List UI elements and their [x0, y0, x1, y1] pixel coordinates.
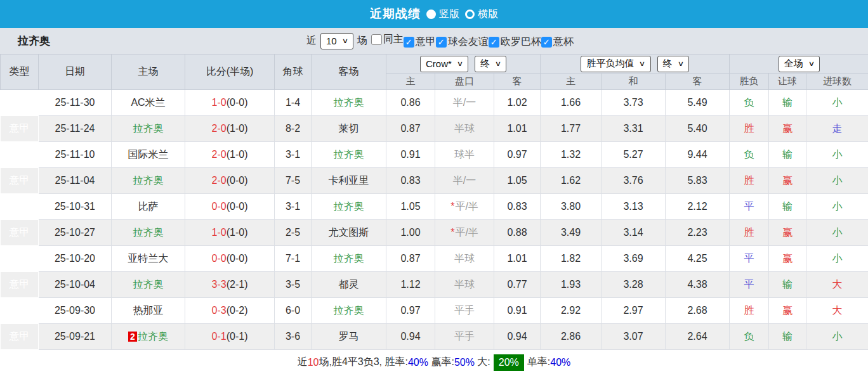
- ah-line-cell: 平手: [435, 324, 494, 350]
- league-checkbox-意杯[interactable]: ✓意杯: [541, 35, 574, 49]
- score-cell: 1-0(0-0): [185, 90, 275, 116]
- games-label: 场: [357, 34, 367, 48]
- sub-header-handicap-result: 让球: [769, 74, 806, 90]
- checkbox-checked-icon[interactable]: ✓: [404, 37, 414, 48]
- corners-cell: 3-6: [275, 324, 312, 350]
- score-halftime: (0-0): [227, 97, 248, 108]
- layout-radio-horizontal[interactable]: 横版: [465, 8, 498, 21]
- league-cell: 意甲: [1, 324, 39, 350]
- eu-home-odds-cell: 3.49: [541, 220, 602, 246]
- checkbox-checked-icon[interactable]: ✓: [541, 37, 552, 48]
- score-halftime: (0-0): [227, 175, 248, 186]
- europe-time-select[interactable]: 终 ∨: [657, 56, 689, 72]
- star-mark: *: [450, 227, 454, 238]
- home-team-cell: 2拉齐奥: [112, 324, 185, 350]
- score-cell: 0-0(0-0): [185, 194, 275, 220]
- ah-line-text: 半球: [454, 253, 475, 264]
- col-header-home: 主场: [112, 55, 185, 90]
- eu-home-odds-cell: 1.82: [541, 246, 602, 272]
- away-team-cell: 拉齐奥: [312, 194, 386, 220]
- score-fulltime: 0-0: [212, 201, 227, 212]
- europe-odds-select[interactable]: 胜平负均值 ∨: [581, 56, 650, 72]
- home-team: AC米兰: [131, 97, 165, 108]
- home-team: 热那亚: [133, 305, 164, 316]
- date-cell: 25-11-04: [39, 168, 112, 194]
- scope-select[interactable]: 全场 ∨: [779, 56, 820, 72]
- team-name: 拉齐奥: [18, 34, 50, 48]
- sub-header-ah-away: 客: [494, 74, 541, 90]
- sub-header-eu-away: 客: [666, 74, 730, 90]
- ah-home-odds-cell: 0.94: [386, 324, 435, 350]
- table-row: 意甲 25-10-27 拉齐奥 1-0(1-0) 2-5 尤文图斯 1.00 *…: [1, 220, 868, 246]
- score-cell: 0-1(0-1): [185, 324, 275, 350]
- handicap-company-select[interactable]: Crow* ∨: [420, 56, 468, 72]
- table-row: 意甲 25-10-04 拉齐奥 3-3(2-1) 3-5 都灵 1.12 半球 …: [1, 272, 868, 298]
- radio-unselected-icon[interactable]: [465, 10, 475, 19]
- league-cell: 意甲: [1, 272, 39, 298]
- eu-away-odds-cell: 5.40: [666, 116, 730, 142]
- handicap-result-cell: 赢: [769, 220, 806, 246]
- summary-segment: 10: [308, 357, 319, 368]
- ah-away-odds-cell: 0.83: [494, 194, 541, 220]
- radio-horizontal-label[interactable]: 横版: [478, 8, 498, 21]
- checkbox-label[interactable]: 意甲: [416, 35, 436, 49]
- league-checkbox-意甲[interactable]: ✓意甲: [404, 35, 436, 49]
- score-cell: 3-3(2-1): [185, 272, 275, 298]
- corners-cell: 8-2: [275, 116, 312, 142]
- eu-away-odds-cell: 2.64: [666, 324, 730, 350]
- league-checkbox-同主[interactable]: 同主: [371, 33, 404, 46]
- league-checkbox-欧罗巴杯[interactable]: ✓欧罗巴杯: [489, 35, 541, 49]
- away-team-cell: 拉齐奥: [312, 90, 386, 116]
- table-row: 意甲 25-11-04 拉齐奥 2-0(0-0) 7-5 卡利亚里 0.83 半…: [1, 168, 868, 194]
- away-team: 拉齐奥: [334, 201, 364, 212]
- corners-cell: 7-5: [275, 168, 312, 194]
- score-fulltime: 3-3: [212, 279, 227, 290]
- handicap-time-value: 终: [480, 58, 490, 70]
- away-team: 拉齐奥: [334, 97, 364, 108]
- home-team: 拉齐奥: [138, 331, 168, 342]
- radio-selected-icon[interactable]: [426, 10, 436, 19]
- checkbox-label[interactable]: 意杯: [553, 35, 574, 49]
- date-cell: 25-11-24: [39, 116, 112, 142]
- summary-segment: 20%: [494, 354, 524, 371]
- sub-header-goals: 进球数: [806, 74, 868, 90]
- ah-away-odds-cell: 0.77: [494, 272, 541, 298]
- checkbox-checked-icon[interactable]: ✓: [436, 37, 447, 48]
- summary-line: 近10场,胜4平3负3, 胜率:40% 赢率:50% 大:20%单率:40%: [0, 350, 868, 374]
- away-team: 拉齐奥: [334, 253, 364, 264]
- league-checkbox-球会友谊[interactable]: ✓球会友谊: [436, 35, 489, 49]
- radio-vertical-label[interactable]: 竖版: [439, 8, 459, 21]
- eu-draw-odds-cell: 3.13: [602, 194, 666, 220]
- layout-radio-vertical[interactable]: 竖版: [426, 8, 459, 21]
- eu-home-odds-cell: 2.92: [541, 298, 602, 324]
- recent-count-select[interactable]: 10 ∨: [320, 33, 353, 49]
- away-team-cell: 尤文图斯: [312, 220, 386, 246]
- checkbox-unchecked-icon[interactable]: [371, 34, 382, 45]
- checkbox-label[interactable]: 球会友谊: [448, 35, 489, 49]
- eu-away-odds-cell: 2.23: [666, 220, 730, 246]
- handicap-time-select[interactable]: 终 ∨: [475, 56, 506, 72]
- corners-cell: 2-5: [275, 220, 312, 246]
- eu-home-odds-cell: 1.93: [541, 272, 602, 298]
- date-cell: 25-11-10: [39, 142, 112, 168]
- checkbox-checked-icon[interactable]: ✓: [489, 37, 499, 48]
- ah-line-text: 平/半: [455, 227, 478, 238]
- summary-segment: 近: [298, 356, 308, 369]
- table-row: 意甲 25-10-20 亚特兰大 0-0(0-0) 7-1 拉齐奥 0.87 半…: [1, 246, 868, 272]
- home-team-cell: 比萨: [112, 194, 185, 220]
- score-halftime: (0-0): [227, 201, 248, 212]
- col-header-corners: 角球: [275, 55, 312, 90]
- checkbox-label[interactable]: 欧罗巴杯: [501, 35, 541, 49]
- goals-result-cell: 大: [806, 298, 868, 324]
- summary-segment: 40%: [408, 357, 428, 368]
- league-cell: 意甲: [1, 246, 39, 272]
- eu-draw-odds-cell: 3.14: [602, 220, 666, 246]
- ah-line-text: 半球: [454, 279, 475, 290]
- away-team: 都灵: [339, 279, 359, 290]
- score-cell: 0-3(0-2): [185, 298, 275, 324]
- date-cell: 25-10-27: [39, 220, 112, 246]
- col-header-type: 类型: [1, 55, 39, 90]
- chevron-down-icon: ∨: [808, 60, 814, 68]
- checkbox-label[interactable]: 同主: [383, 33, 404, 46]
- table-row: 意甲 25-10-31 比萨 0-0(0-0) 3-1 拉齐奥 1.05 *平/…: [1, 194, 868, 220]
